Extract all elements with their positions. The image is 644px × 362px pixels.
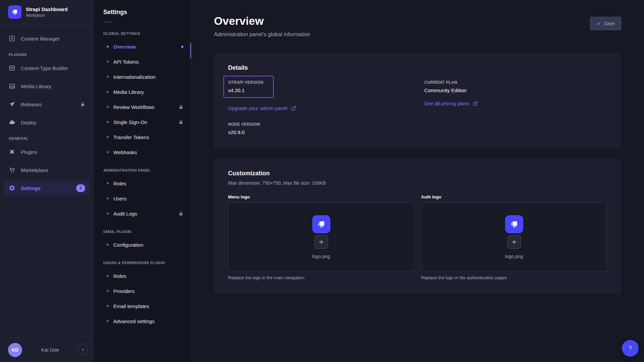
subnav-sections: GLOBAL SETTINGSOverviewAPI TokensInterna…: [97, 32, 188, 328]
strapi-glyph: [509, 219, 520, 230]
subnav-item-transfer-tokens[interactable]: Transfer Tokens: [97, 130, 188, 144]
customization-heading: Customization: [228, 170, 607, 177]
settings-notification-badge: 1: [76, 184, 85, 192]
subnav-item-label: Transfer Tokens: [113, 134, 149, 140]
paper-plane-icon: [9, 101, 15, 108]
subnav-item-label: Review Workflows: [113, 104, 154, 110]
subnav-item-advanced-settings[interactable]: Advanced settings: [97, 314, 188, 328]
bullet-icon: [107, 136, 109, 138]
auth-logo-preview-icon: [505, 215, 523, 233]
save-button[interactable]: Save: [590, 17, 621, 30]
settings-subnav: Settings GLOBAL SETTINGSOverviewAPI Toke…: [94, 0, 191, 362]
subnav-item-internationalization[interactable]: Internationalization: [97, 70, 188, 84]
cart-icon: [9, 167, 15, 173]
auth-logo-upload-box[interactable]: logo.png: [421, 203, 607, 272]
sidebar-item-content-type-builder[interactable]: Content-Type Builder: [4, 61, 90, 75]
bullet-icon: [107, 121, 109, 123]
customization-card: Customization Max dimension: 750×750, Ma…: [214, 159, 621, 294]
subnav-item-users[interactable]: Users: [97, 191, 188, 205]
subnav-item-label: Roles: [113, 181, 126, 186]
upgrade-link-label: Upgrade your admin panel: [228, 105, 287, 111]
subnav-item-label: Providers: [113, 288, 135, 294]
subnav-item-audit-logs[interactable]: Audit Logs: [97, 206, 188, 221]
subnav-item-webhooks[interactable]: Webhooks: [97, 145, 188, 159]
strapi-version-value: v4.20.1: [228, 87, 264, 93]
pricing-link-label: See all pricing plans: [424, 101, 469, 106]
sidebar-item-label: Marketplace: [21, 167, 48, 173]
save-button-label: Save: [604, 21, 615, 26]
sidebar-item-plugins[interactable]: Plugins: [4, 144, 90, 159]
auth-logo-label: Auth logo: [421, 194, 607, 199]
sidebar-item-media-library[interactable]: Media Library: [4, 79, 90, 94]
auth-logo-filename: logo.png: [505, 254, 523, 259]
subnav-item-configuration[interactable]: Configuration: [97, 238, 188, 252]
subnav-item-label: Audit Logs: [113, 211, 137, 217]
strapi-glyph: [316, 219, 327, 230]
customization-constraints: Max dimension: 750×750, Max file size: 1…: [228, 180, 607, 186]
pricing-plans-link[interactable]: See all pricing plans: [424, 101, 478, 106]
subnav-item-overview[interactable]: Overview: [97, 40, 188, 54]
auth-logo-caption: Replace the logo in the authentication p…: [421, 275, 607, 280]
page-header: Overview Administration panel’s global i…: [214, 15, 621, 38]
subnav-item-email-templates[interactable]: Email templates: [97, 299, 188, 313]
node-version-label: NODE VERSION: [228, 122, 411, 127]
subnav-item-single-sign-on[interactable]: Single Sign-On: [97, 115, 188, 129]
sidebar-item-content-manager[interactable]: Content Manager: [4, 31, 90, 46]
bullet-icon: [107, 290, 109, 292]
bullet-icon: [107, 106, 109, 108]
details-grid: STRAPI VERSION v4.20.1 Upgrade your admi…: [228, 80, 607, 135]
help-button[interactable]: ?: [622, 340, 639, 357]
subnav-item-label: Advanced settings: [113, 318, 155, 324]
sidebar-footer: KD Kai Doe: [0, 337, 94, 362]
menu-logo-preview-icon: [312, 215, 330, 233]
bullet-icon: [107, 46, 109, 48]
workspace-brand: Strapi Dashboard Workplace: [0, 0, 94, 24]
subnav-item-api-tokens[interactable]: API Tokens: [97, 55, 188, 69]
subnav-item-media-library[interactable]: Media Library: [97, 85, 188, 99]
sidebar-item-label: Plugins: [21, 149, 37, 155]
main-sidebar: Strapi Dashboard Workplace Content Manag…: [0, 0, 94, 362]
external-link-icon: [291, 106, 296, 111]
lock-icon: [178, 105, 183, 110]
subnav-item-roles[interactable]: Roles: [97, 269, 188, 283]
sidebar-item-releases[interactable]: Releases: [4, 97, 90, 112]
menu-logo-upload-box[interactable]: logo.png: [228, 203, 414, 272]
menu-logo-add-button[interactable]: [315, 235, 328, 249]
auth-logo-field: Auth logo logo.png Replace the logo: [421, 194, 607, 280]
upgrade-admin-panel-link[interactable]: Upgrade your admin panel: [228, 105, 296, 111]
bullet-icon: [107, 197, 109, 199]
menu-logo-filename: logo.png: [312, 254, 330, 259]
sidebar-item-deploy[interactable]: Deploy: [4, 115, 90, 130]
lock-icon: [178, 120, 183, 125]
auth-logo-add-button[interactable]: [507, 235, 521, 249]
subnav-item-review-workflows[interactable]: Review Workflows: [97, 100, 188, 114]
logo-fields-row: Menu logo logo.png Replace the logo: [228, 194, 607, 280]
node-version-value: v20.9.0: [228, 129, 411, 135]
notification-dot: [181, 46, 183, 48]
bullet-icon: [107, 305, 109, 307]
check-icon: [596, 21, 601, 26]
subnav-item-label: Roles: [113, 273, 126, 279]
page-subtitle: Administration panel’s global informatio…: [214, 32, 310, 38]
cloud-icon: [9, 119, 15, 126]
menu-logo-field: Menu logo logo.png Replace the logo: [228, 194, 414, 280]
details-heading: Details: [228, 64, 607, 71]
sidebar-collapse-button[interactable]: [78, 345, 87, 355]
sidebar-nav: Content ManagerPLUGINSContent-Type Build…: [0, 24, 94, 199]
menu-logo-caption: Replace the logo in the main navigation: [228, 275, 414, 280]
sidebar-section-label: GENERAL: [9, 136, 85, 140]
sidebar-item-marketplace[interactable]: Marketplace: [4, 163, 90, 177]
current-plan-value: Community Edition: [424, 87, 607, 93]
subnav-item-roles[interactable]: Roles: [97, 176, 188, 190]
subnav-title: Settings: [103, 9, 181, 16]
menu-logo-label: Menu logo: [228, 194, 414, 199]
sidebar-item-settings[interactable]: Settings1: [4, 181, 90, 195]
pen-icon: [9, 35, 15, 42]
image-icon: [9, 83, 15, 89]
sidebar-section-label: PLUGINS: [9, 53, 85, 57]
subnav-item-label: Single Sign-On: [113, 119, 147, 125]
sidebar-item-label: Settings: [21, 185, 41, 191]
subnav-item-label: API Tokens: [113, 59, 139, 65]
subnav-section-label: USERS & PERMISSIONS PLUGIN: [103, 261, 184, 265]
subnav-item-providers[interactable]: Providers: [97, 284, 188, 298]
